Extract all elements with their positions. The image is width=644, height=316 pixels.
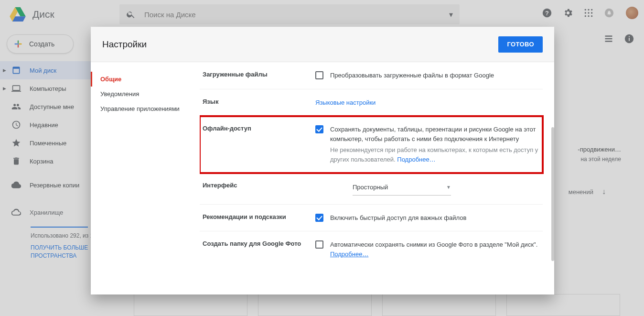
done-button[interactable]: ГОТОВО: [498, 36, 543, 53]
row-suggestions: Рекомендации и подсказки Включить быстры…: [200, 205, 543, 232]
dialog-header: Настройки ГОТОВО: [91, 27, 554, 62]
row-label: Загруженные файлы: [203, 71, 305, 80]
row-text: Сохранять документы, таблицы, презентаци…: [330, 125, 540, 143]
checkbox-quick-access[interactable]: [315, 214, 323, 222]
dialog-nav-notifications[interactable]: Уведомления: [91, 87, 200, 101]
scrollbar[interactable]: [551, 127, 554, 261]
row-uploads: Загруженные файлы Преобразовывать загруж…: [200, 62, 543, 89]
checkbox-offline[interactable]: [315, 125, 323, 133]
learn-more-link[interactable]: Подробнее…: [397, 156, 435, 163]
language-settings-link[interactable]: Языковые настройки: [315, 98, 376, 108]
row-language: Язык Языковые настройки: [200, 89, 543, 117]
learn-more-link[interactable]: Подробнее…: [330, 251, 368, 258]
row-density: Интерфейс Просторный ▼: [200, 173, 543, 205]
row-label: Создать папку для Google Фото: [203, 240, 305, 259]
dialog-nav: Общие Уведомления Управление приложениям…: [91, 62, 200, 294]
row-label: Язык: [203, 98, 305, 108]
density-value: Просторный: [353, 183, 388, 192]
checkbox-convert-uploads[interactable]: [315, 71, 323, 79]
row-offline: Офлайн-доступ Сохранять документы, табли…: [200, 116, 543, 173]
dialog-nav-apps[interactable]: Управление приложениями: [91, 101, 200, 116]
dialog-content: Загруженные файлы Преобразовывать загруж…: [200, 62, 554, 294]
row-text: Включить быстрый доступ для важных файло…: [330, 213, 466, 223]
checkbox-photos-folder[interactable]: [315, 240, 323, 249]
row-text: Автоматически сохранять снимки из Google…: [330, 240, 537, 250]
settings-dialog: Настройки ГОТОВО Общие Уведомления Управ…: [91, 27, 554, 294]
density-select[interactable]: Просторный ▼: [353, 182, 451, 196]
chevron-down-icon: ▼: [446, 184, 451, 191]
dialog-nav-general[interactable]: Общие: [91, 72, 200, 87]
row-label: Рекомендации и подсказки: [203, 213, 305, 223]
row-label: Офлайн-доступ: [203, 125, 305, 164]
row-label: Интерфейс: [203, 182, 305, 196]
row-text: Преобразовывать загруженные файлы в форм…: [330, 71, 494, 80]
row-photos: Создать папку для Google Фото Автоматиче…: [200, 231, 543, 267]
dialog-title: Настройки: [102, 39, 498, 50]
